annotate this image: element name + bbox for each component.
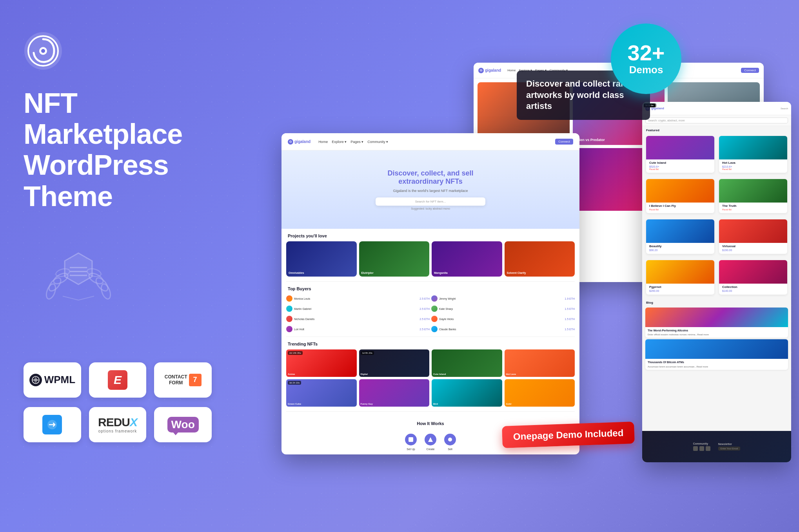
right-card-4: 0d 2h 1m The Truth Placed Bid: [719, 179, 787, 213]
main-nav: G gigaland Home Explore ▾ Pages ▾ Commun…: [281, 133, 579, 150]
buyer-3: Martin Gabriel 2.5 ETH: [286, 304, 430, 313]
projects-grid: Omnivables Elutriplor Manganita Solvent …: [281, 241, 579, 281]
cf7-badge: CONTACTFORM 7: [154, 362, 212, 398]
right-card-5: Beautify $90.20: [646, 219, 714, 254]
award-badge: [31, 235, 212, 339]
top-nav-btn[interactable]: Connect: [741, 68, 759, 73]
step-1-icon: [405, 434, 417, 445]
right-card-8: Collection $140.00: [719, 260, 787, 295]
buyer-avatar-6: [431, 316, 438, 322]
onepage-badge: Onepage Demo Included: [502, 422, 635, 448]
right-card-img-4: 0d 2h 1m: [719, 179, 787, 203]
redux-logo: REDUX options framework: [98, 416, 137, 433]
step-3: Sell: [444, 434, 456, 451]
right-card-img-1: 2d 14h 1m: [646, 136, 714, 159]
social-icon-2: [699, 446, 704, 451]
elementor-icon: E: [108, 370, 127, 390]
buyer-1: Monica Louis 2.5 ETH: [286, 294, 430, 303]
step-1: Set Up: [405, 434, 417, 451]
main-title: NFT Marketplace WordPress Theme: [24, 88, 212, 212]
right-search-bar[interactable]: Search: crypto, abstract, more: [645, 118, 788, 123]
trending-nft-2: 1d 8h 20s Digital: [359, 349, 430, 377]
screenshot-right: G gigaland Search Search: crypto, abstra…: [642, 102, 791, 462]
right-cards-row-4: Pgprnot $290.00 Collection $140.00: [642, 258, 791, 297]
buyer-avatar-4: [431, 306, 438, 312]
step-2: Create: [425, 434, 436, 451]
buyer-2: Jimmy Wright 1.9 ETH: [431, 294, 575, 303]
right-footer: Community Newsletter Enter Your Email: [642, 431, 791, 462]
buyers-title: Top Buyers: [281, 282, 579, 294]
right-card-img-8: [719, 260, 787, 284]
right-card-img-6: [719, 219, 787, 243]
cf7-icon: 7: [189, 374, 202, 386]
main-container: NFT Marketplace WordPress Theme: [0, 0, 799, 532]
main-search[interactable]: Search for NFT item...: [376, 197, 485, 206]
step-3-icon: [444, 434, 456, 445]
right-card-7: Pgprnot $290.00: [646, 260, 714, 295]
trending-nft-3: Cute Island: [432, 349, 502, 377]
demos-badge: 32+ Demos: [611, 24, 681, 94]
newsletter-input[interactable]: Enter Your Email: [718, 447, 741, 451]
wpml-badge: WPML: [24, 362, 81, 398]
right-search-area: Search: crypto, abstract, more: [642, 115, 791, 126]
right-card-img-3: 0d 4h 3m: [646, 179, 714, 203]
trending-nft-7: Bird: [432, 379, 502, 407]
gigaland-logo-top: G gigaland: [478, 68, 501, 73]
buyer-6: Gayle Hicks 1.5 ETH: [431, 315, 575, 323]
svg-line-13: [78, 296, 94, 300]
right-card-img-2: 1d 6h 5m: [719, 136, 787, 159]
buyer-avatar-1: [286, 295, 292, 302]
trending-nft-5: 3d 2h 10s Green Cube: [286, 379, 357, 407]
wpml-logo: WPML: [29, 374, 75, 386]
woo-bubble: Woo: [167, 417, 199, 432]
right-nav: G gigaland Search: [642, 102, 791, 115]
left-panel: NFT Marketplace WordPress Theme: [24, 31, 212, 442]
trending-nft-6: Funny Guy: [359, 379, 430, 407]
trending-nft-4: Hot Lava: [505, 349, 575, 377]
logo: [24, 31, 212, 88]
right-card-6: Virtuosal $190.00: [719, 219, 787, 254]
woo-bubble-container: Woo: [167, 417, 199, 432]
buyer-7: Lori Holt 2.5 ETH: [286, 325, 430, 333]
project-4: Solvent Clarify: [505, 241, 575, 277]
badges-row-2: REDUX options framework Woo: [24, 407, 212, 442]
social-icon-1: [693, 446, 698, 451]
trending-grid: 2d 14h 35s Anime 1d 8h 20s Digital Cute …: [281, 349, 579, 411]
redux-badge: REDUX options framework: [89, 407, 147, 442]
buyer-5: Nicholas Daniels 2.5 ETH: [286, 315, 430, 323]
right-cards-row-1: 2d 14h 1m Cute Island $520.6+ Placed Bid…: [642, 134, 791, 175]
right-card-3: 0d 4h 3m I Believe I Can Fly Placed Bid: [646, 179, 714, 213]
svg-rect-21: [409, 437, 413, 442]
trending-nft-1: 2d 14h 35s Anime: [286, 349, 357, 377]
svg-point-3: [41, 49, 45, 53]
project-2: Elutriplor: [359, 241, 430, 277]
right-card-2: 1d 6h 5m Hot Lava $210.6+ Placed Bid: [719, 136, 787, 173]
buyer-avatar-8: [431, 326, 438, 332]
woo-logo: Woo: [167, 417, 199, 432]
project-1: Omnivables: [286, 241, 357, 277]
main-connect-btn[interactable]: Connect: [555, 139, 573, 145]
buyer-avatar-2: [431, 295, 438, 302]
trending-title: Trending NFTs: [281, 337, 579, 349]
svg-point-22: [448, 438, 452, 442]
right-blog-2: Thousands Of Bitcoin ATMs Accumsan lorem…: [645, 339, 788, 369]
gigaland-logo-main: G gigaland: [288, 139, 311, 145]
smartslider-badge: [24, 407, 81, 442]
right-blog-img-2: [645, 339, 788, 359]
main-hero: Discover, collect, and sell extraordinar…: [281, 150, 579, 229]
woo-badge: Woo: [154, 407, 212, 442]
buyers-grid: Monica Louis 2.5 ETH Jimmy Wright 1.9 ET…: [281, 294, 579, 337]
svg-marker-14: [65, 253, 92, 284]
badges-row-1: WPML E CONTACTFORM 7: [24, 362, 212, 398]
right-card-1: 2d 14h 1m Cute Island $520.6+ Placed Bid: [646, 136, 714, 173]
right-blog-1: The Worst-Performing Altcoins Dolor offi…: [645, 308, 788, 338]
buyer-4: Kate Sharp 1.5 ETH: [431, 304, 575, 313]
svg-line-12: [63, 296, 78, 300]
buyer-avatar-7: [286, 326, 292, 332]
social-icon-3: [706, 446, 710, 451]
right-card-img-7: [646, 260, 714, 284]
step-2-icon: [425, 434, 436, 445]
project-3: Manganita: [432, 241, 502, 277]
projects-title: Projects you'll love: [281, 229, 579, 241]
right-cards-row-3: Beautify $90.20 Virtuosal $190.00: [642, 217, 791, 256]
